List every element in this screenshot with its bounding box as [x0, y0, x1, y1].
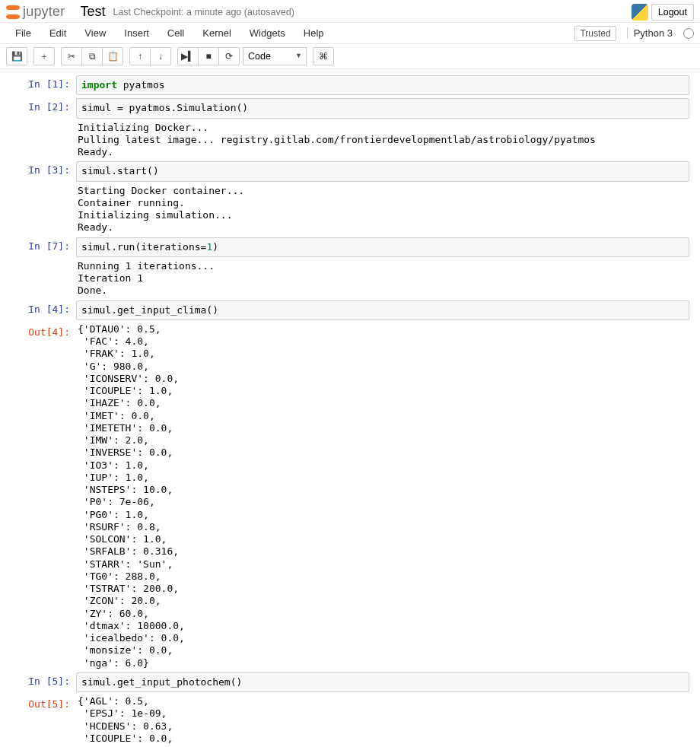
- code-cell[interactable]: In [1]:import pyatmos: [11, 74, 689, 97]
- code-input[interactable]: import pyatmos: [76, 75, 689, 95]
- code-input[interactable]: simul.run(iterations=1): [76, 237, 689, 257]
- menu-view[interactable]: View: [75, 23, 115, 43]
- cut-button[interactable]: ✂: [61, 47, 82, 65]
- menu-insert[interactable]: Insert: [115, 23, 158, 43]
- code-text: simul.get_input_clima(): [81, 304, 684, 316]
- output-stream-row: Running 1 iterations... Iteration 1 Done…: [11, 259, 689, 299]
- output-area: {'AGL': 0.5, 'EPSJ': 1e-09, 'HCDENS': 0.…: [76, 695, 689, 747]
- copy-button[interactable]: ⧉: [81, 47, 103, 65]
- run-button[interactable]: ▶▍: [177, 47, 199, 65]
- code-input[interactable]: simul.get_input_clima(): [76, 300, 689, 320]
- paste-button[interactable]: 📋: [102, 47, 123, 65]
- code-cell[interactable]: In [4]:simul.get_input_clima(): [11, 299, 689, 322]
- code-input[interactable]: simul.get_input_photochem(): [76, 672, 689, 692]
- output-result-row: Out[4]:{'DTAU0': 0.5, 'FAC': 4.0, 'FRAK'…: [11, 322, 689, 671]
- input-prompt: In [2]:: [11, 98, 76, 118]
- output-area: {'DTAU0': 0.5, 'FAC': 4.0, 'FRAK': 1.0, …: [76, 323, 689, 669]
- output-result-row: Out[5]:{'AGL': 0.5, 'EPSJ': 1e-09, 'HCDE…: [11, 694, 689, 747]
- code-input[interactable]: simul.start(): [76, 161, 689, 181]
- kernel-name[interactable]: Python 3: [627, 27, 673, 39]
- code-text: simul.run(iterations=1): [81, 241, 684, 253]
- input-prompt: In [7]:: [11, 237, 76, 257]
- trusted-indicator[interactable]: Trusted: [574, 26, 616, 41]
- logout-button[interactable]: Logout: [651, 4, 694, 21]
- input-prompt: In [5]:: [11, 672, 76, 692]
- code-text: import pyatmos: [81, 79, 684, 91]
- output-area: Starting Docker container... Container r…: [76, 185, 689, 234]
- menu-edit[interactable]: Edit: [40, 23, 75, 43]
- move-down-button[interactable]: ↓: [150, 47, 171, 65]
- code-input[interactable]: simul = pyatmos.Simulation(): [76, 98, 689, 118]
- menubar: File Edit View Insert Cell Kernel Widget…: [0, 23, 700, 44]
- jupyter-logo-icon: [6, 5, 20, 19]
- stream-output: Running 1 iterations... Iteration 1 Done…: [78, 260, 689, 297]
- cell-type-select[interactable]: Code: [243, 47, 307, 65]
- menu-cell[interactable]: Cell: [158, 23, 193, 43]
- jupyter-logo-text: jupyter: [23, 4, 65, 20]
- stream-output: Starting Docker container... Container r…: [78, 185, 689, 234]
- notebook-name[interactable]: Test: [75, 2, 110, 21]
- notebook-header: jupyter Test Last Checkpoint: a minute a…: [0, 0, 700, 23]
- code-cell[interactable]: In [5]:simul.get_input_photochem(): [11, 671, 689, 694]
- code-text: simul.start(): [81, 165, 684, 177]
- output-prompt: Out[5]:: [11, 695, 76, 747]
- input-prompt: In [1]:: [11, 75, 76, 95]
- output-stream-row: Starting Docker container... Container r…: [11, 183, 689, 236]
- code-text: simul = pyatmos.Simulation(): [81, 102, 684, 114]
- output-area: Initializing Docker... Pulling latest im…: [76, 122, 689, 159]
- restart-button[interactable]: ⟳: [218, 47, 240, 65]
- insert-cell-button[interactable]: ＋: [33, 47, 55, 65]
- menu-help[interactable]: Help: [294, 23, 333, 43]
- code-cell[interactable]: In [7]:simul.run(iterations=1): [11, 236, 689, 259]
- checkpoint-status: Last Checkpoint: a minute ago (autosaved…: [113, 7, 294, 17]
- kernel-status-icon: [683, 28, 694, 39]
- menu-file[interactable]: File: [6, 23, 40, 43]
- jupyter-logo[interactable]: jupyter: [6, 4, 65, 20]
- menu-kernel[interactable]: Kernel: [193, 23, 240, 43]
- code-cell[interactable]: In [2]:simul = pyatmos.Simulation(): [11, 97, 689, 119]
- input-prompt: In [3]:: [11, 161, 76, 181]
- stop-button[interactable]: ■: [198, 47, 219, 65]
- output-stream-row: Initializing Docker... Pulling latest im…: [11, 120, 689, 161]
- toolbar: 💾 ＋ ✂ ⧉ 📋 ↑ ↓ ▶▍ ■ ⟳ Code ⌘: [0, 44, 700, 69]
- execute-result: {'AGL': 0.5, 'EPSJ': 1e-09, 'HCDENS': 0.…: [78, 695, 689, 747]
- code-cell[interactable]: In [3]:simul.start(): [11, 160, 689, 183]
- code-text: simul.get_input_photochem(): [81, 676, 684, 688]
- notebook-container: In [1]:import pyatmosIn [2]:simul = pyat…: [0, 69, 700, 747]
- move-up-button[interactable]: ↑: [129, 47, 151, 65]
- execute-result: {'DTAU0': 0.5, 'FAC': 4.0, 'FRAK': 1.0, …: [78, 323, 689, 669]
- save-button[interactable]: 💾: [6, 47, 27, 65]
- python-logo-icon: [632, 4, 648, 21]
- output-prompt: Out[4]:: [11, 323, 76, 669]
- input-prompt: In [4]:: [11, 300, 76, 320]
- menu-widgets[interactable]: Widgets: [240, 23, 294, 43]
- output-area: Running 1 iterations... Iteration 1 Done…: [76, 260, 689, 297]
- stream-output: Initializing Docker... Pulling latest im…: [78, 122, 689, 159]
- command-palette-button[interactable]: ⌘: [313, 47, 334, 65]
